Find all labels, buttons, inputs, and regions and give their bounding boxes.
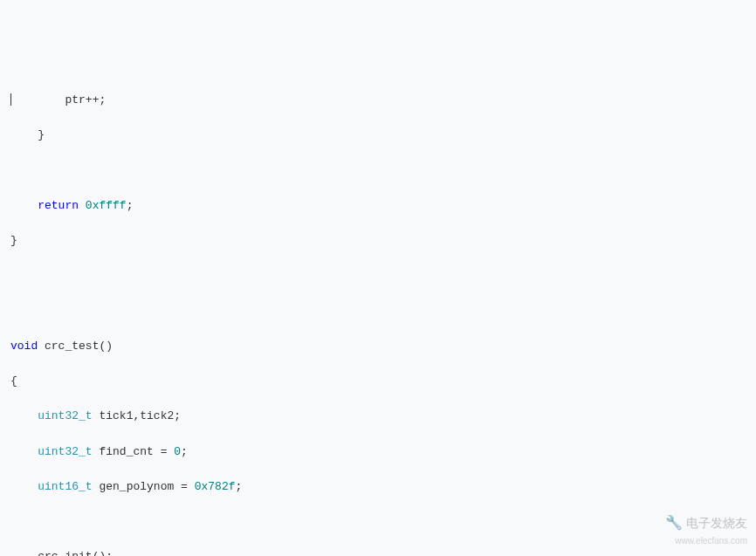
code-line [10, 267, 746, 285]
function-name: crc_test() [38, 340, 113, 353]
code-text: ; [181, 445, 188, 458]
code-line: ptr++; [10, 92, 746, 109]
code-text: ; [127, 199, 134, 212]
type-name: uint32_t [38, 409, 92, 422]
code-text: ptr++; [65, 93, 106, 106]
code-indent [10, 550, 38, 556]
type-name: uint32_t [38, 445, 92, 458]
code-line [10, 513, 746, 531]
code-block: ptr++; } return 0xffff; } void crc_test(… [0, 74, 756, 556]
code-line [10, 161, 746, 179]
type-name: uint16_t [38, 480, 92, 493]
code-indent [10, 409, 38, 422]
code-text: } [38, 128, 45, 141]
numeric-literal: 0xffff [79, 199, 127, 212]
code-line: { [10, 373, 746, 390]
numeric-literal: 0 [174, 445, 181, 458]
code-line: uint16_t gen_polynom = 0x782f; [10, 478, 746, 496]
code-text: ; [235, 480, 242, 493]
solder-icon: 🔧 [665, 512, 683, 534]
keyword-void: void [10, 340, 38, 353]
code-text: tick1,tick2; [93, 409, 181, 422]
code-line: uint32_t tick1,tick2; [10, 408, 746, 425]
code-indent [10, 93, 65, 106]
code-line [10, 302, 746, 319]
numeric-literal: 0x782f [195, 480, 236, 493]
code-text: find_cnt = [93, 445, 175, 458]
keyword-return: return [38, 199, 79, 212]
code-text: { [10, 374, 17, 388]
code-line: void crc_test() [10, 338, 746, 355]
code-text: } [10, 234, 17, 247]
code-indent [10, 128, 38, 141]
code-line: crc_init(); [10, 548, 746, 556]
code-text: crc_init(); [38, 550, 113, 556]
code-line: } [10, 127, 746, 144]
watermark-logo: 🔧 电子发烧友 [665, 512, 747, 534]
code-indent [10, 199, 38, 212]
code-text: gen_polynom = [93, 480, 195, 493]
code-indent [10, 480, 38, 493]
code-line: uint32_t find_cnt = 0; [10, 443, 746, 461]
code-line: return 0xffff; [10, 197, 746, 215]
code-indent [10, 445, 38, 458]
watermark-url: www.elecfans.com [675, 534, 747, 548]
watermark-text: 电子发烧友 [686, 514, 747, 533]
code-line: } [10, 232, 746, 250]
